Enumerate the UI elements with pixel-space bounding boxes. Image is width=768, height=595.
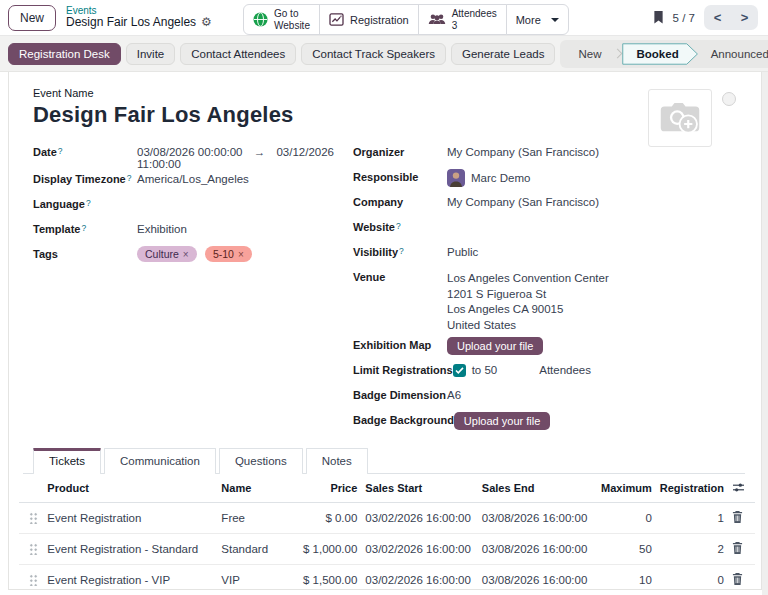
registration-stat-button[interactable]: Registration bbox=[319, 4, 419, 35]
cell-price[interactable]: $ 0.00 bbox=[295, 502, 362, 533]
limit-value-input[interactable]: 50 bbox=[484, 364, 497, 376]
optional-columns-icon[interactable] bbox=[732, 482, 745, 495]
gear-icon[interactable]: ⚙ bbox=[201, 16, 212, 30]
stage-announced[interactable]: Announced bbox=[699, 43, 768, 65]
form-content: Event Name Design Fair Los Angeles Date?… bbox=[0, 72, 768, 595]
cell-sales-end[interactable]: 03/08/2026 16:00:00 bbox=[478, 533, 597, 564]
field-responsible: Responsible Marc Demo bbox=[353, 169, 745, 193]
stage-booked-active[interactable]: Booked bbox=[622, 43, 698, 65]
cell-maximum[interactable]: 0 bbox=[597, 502, 656, 533]
exhibition-map-upload-button[interactable]: Upload your file bbox=[447, 337, 543, 355]
tickets-header-row: Product Name Price Sales Start Sales End… bbox=[19, 474, 755, 502]
date-value[interactable]: 03/08/2026 00:00:00 → 03/12/2026 11:00:0… bbox=[137, 144, 343, 170]
column-sales-start[interactable]: Sales Start bbox=[361, 474, 477, 502]
event-form-page: New Events Design Fair Los Angeles ⚙ Go … bbox=[0, 0, 768, 595]
more-dropdown-button[interactable]: More bbox=[506, 4, 569, 35]
table-row-ticket-vip[interactable]: Event Registration - VIP VIP $ 1,500.00 … bbox=[19, 564, 755, 595]
organizer-label: Organizer bbox=[353, 144, 447, 158]
badge-dimension-value[interactable]: A6 bbox=[447, 387, 461, 401]
cell-sales-start[interactable]: 03/02/2026 16:00:00 bbox=[361, 502, 477, 533]
cell-name[interactable]: VIP bbox=[217, 564, 294, 595]
go-to-website-label: Go to Website bbox=[274, 8, 310, 31]
contact-track-speakers-button[interactable]: Contact Track Speakers bbox=[301, 43, 446, 65]
go-to-website-button[interactable]: Go to Website bbox=[243, 4, 320, 35]
template-value[interactable]: Exhibition bbox=[137, 221, 187, 235]
cell-sales-end[interactable]: 03/08/2026 16:00:00 bbox=[478, 502, 597, 533]
language-label: Language? bbox=[33, 196, 137, 210]
column-product[interactable]: Product bbox=[43, 474, 217, 502]
drag-handle-icon[interactable] bbox=[29, 511, 38, 524]
help-icon: ? bbox=[396, 221, 401, 231]
tags-value: Culture × 5-10 × bbox=[137, 246, 257, 262]
tab-tickets[interactable]: Tickets bbox=[33, 448, 101, 474]
cell-product[interactable]: Event Registration - Standard bbox=[43, 533, 217, 564]
help-icon: ? bbox=[399, 246, 404, 256]
breadcrumb: Events Design Fair Los Angeles ⚙ bbox=[66, 5, 212, 30]
trash-icon[interactable] bbox=[732, 573, 743, 587]
company-value[interactable]: My Company (San Francisco) bbox=[447, 194, 599, 208]
visibility-value[interactable]: Public bbox=[447, 244, 478, 258]
cell-registration[interactable]: 2 bbox=[656, 533, 728, 564]
website-label: Website? bbox=[353, 219, 447, 233]
generate-leads-button[interactable]: Generate Leads bbox=[451, 43, 555, 65]
invite-button[interactable]: Invite bbox=[126, 43, 176, 65]
cell-registration[interactable]: 1 bbox=[656, 502, 728, 533]
tab-questions[interactable]: Questions bbox=[219, 448, 303, 474]
limit-checkbox[interactable] bbox=[453, 364, 466, 377]
tab-notes[interactable]: Notes bbox=[306, 448, 368, 474]
limit-to-text: to 50 bbox=[472, 362, 498, 376]
timezone-value[interactable]: America/Los_Angeles bbox=[137, 171, 249, 185]
registration-desk-button[interactable]: Registration Desk bbox=[8, 43, 121, 65]
drag-handle-icon[interactable] bbox=[29, 573, 38, 586]
column-name[interactable]: Name bbox=[217, 474, 294, 502]
pager-previous-button[interactable]: < bbox=[704, 5, 731, 30]
pager-nav: < > bbox=[704, 5, 758, 30]
cell-name[interactable]: Free bbox=[217, 502, 294, 533]
trash-icon[interactable] bbox=[732, 542, 743, 556]
column-maximum[interactable]: Maximum bbox=[597, 474, 656, 502]
activity-state-circle[interactable] bbox=[722, 92, 736, 106]
bookmark-icon[interactable] bbox=[653, 11, 664, 24]
page-title[interactable]: Design Fair Los Angeles bbox=[33, 102, 745, 128]
column-sales-end[interactable]: Sales End bbox=[478, 474, 597, 502]
cell-maximum[interactable]: 50 bbox=[597, 533, 656, 564]
tab-communication[interactable]: Communication bbox=[104, 448, 216, 474]
drag-handle-icon[interactable] bbox=[29, 542, 38, 555]
cell-product[interactable]: Event Registration - VIP bbox=[43, 564, 217, 595]
stage-new[interactable]: New bbox=[566, 43, 613, 65]
pager-next-button[interactable]: > bbox=[731, 5, 758, 30]
cell-product[interactable]: Event Registration bbox=[43, 502, 217, 533]
responsible-name[interactable]: Marc Demo bbox=[471, 172, 530, 184]
cell-maximum[interactable]: 10 bbox=[597, 564, 656, 595]
cell-sales-end[interactable]: 03/08/2026 16:00:00 bbox=[478, 564, 597, 595]
tag-remove-icon[interactable]: × bbox=[238, 249, 244, 260]
left-field-group: Date? 03/08/2026 00:00:00 → 03/12/2026 1… bbox=[33, 144, 343, 437]
new-button[interactable]: New bbox=[8, 5, 56, 31]
table-row-ticket-free[interactable]: Event Registration Free $ 0.00 03/02/202… bbox=[19, 502, 755, 533]
responsible-value[interactable]: Marc Demo bbox=[447, 169, 530, 187]
badge-dimension-label: Badge Dimension bbox=[353, 387, 447, 401]
venue-value[interactable]: Los Angeles Convention Center 1201 S Fig… bbox=[447, 269, 609, 333]
cell-sales-start[interactable]: 03/02/2026 16:00:00 bbox=[361, 564, 477, 595]
event-photo-upload[interactable] bbox=[648, 89, 712, 147]
cell-registration[interactable]: 0 bbox=[656, 564, 728, 595]
cell-price[interactable]: $ 1,000.00 bbox=[295, 533, 362, 564]
column-price[interactable]: Price bbox=[295, 474, 362, 502]
contact-attendees-button[interactable]: Contact Attendees bbox=[180, 43, 296, 65]
cell-name[interactable]: Standard bbox=[217, 533, 294, 564]
date-start-input[interactable]: 03/08/2026 00:00:00 bbox=[137, 146, 243, 158]
tag-culture[interactable]: Culture × bbox=[137, 246, 197, 262]
badge-background-upload-button[interactable]: Upload your file bbox=[454, 412, 550, 430]
field-template: Template? Exhibition bbox=[33, 221, 343, 245]
organizer-value[interactable]: My Company (San Francisco) bbox=[447, 144, 599, 158]
attendees-stat-button[interactable]: Attendees 3 bbox=[418, 4, 507, 35]
cell-sales-start[interactable]: 03/02/2026 16:00:00 bbox=[361, 533, 477, 564]
trash-icon[interactable] bbox=[732, 511, 743, 525]
tag-5-10[interactable]: 5-10 × bbox=[205, 246, 252, 262]
cell-price[interactable]: $ 1,500.00 bbox=[295, 564, 362, 595]
field-company: Company My Company (San Francisco) bbox=[353, 194, 745, 218]
column-registration[interactable]: Registration bbox=[656, 474, 728, 502]
scrollbar-track[interactable] bbox=[762, 72, 768, 595]
tag-remove-icon[interactable]: × bbox=[183, 249, 189, 260]
table-row-ticket-standard[interactable]: Event Registration - Standard Standard $… bbox=[19, 533, 755, 564]
